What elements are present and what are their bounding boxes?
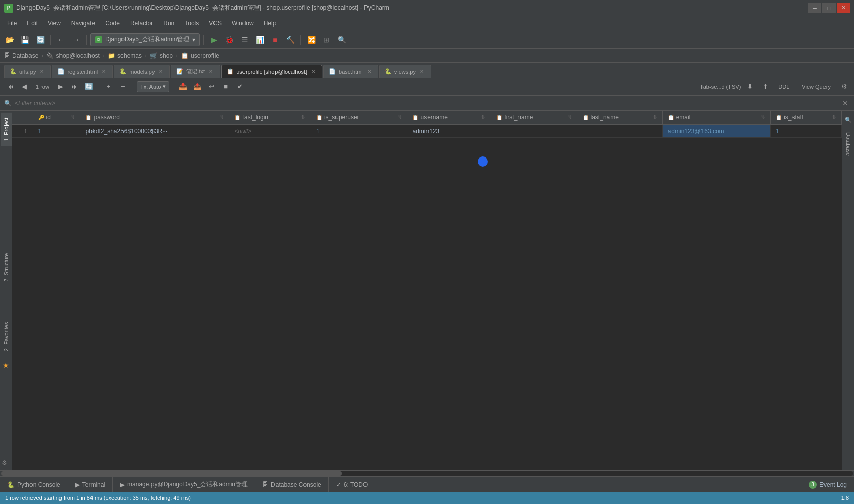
bottom-tab-python-console[interactable]: 🐍 Python Console [0, 477, 68, 492]
bottom-tab-managepy[interactable]: ▶ manage.py@DjangoDay5_会话和admin管理 [113, 477, 255, 492]
tab-close-notes[interactable]: ✕ [207, 68, 215, 75]
col-id-sort[interactable]: ⇅ [71, 115, 75, 120]
tab-base-html[interactable]: 📄 base.html ✕ [323, 65, 378, 78]
menu-help[interactable]: Help [259, 18, 282, 29]
scrollbar-track[interactable] [1, 471, 853, 476]
right-sidebar-database-label[interactable]: Database [843, 127, 853, 161]
open-file-button[interactable]: 📂 [3, 33, 16, 46]
save-button[interactable]: 💾 [18, 33, 32, 46]
sync-button[interactable]: 🔄 [34, 33, 47, 46]
git-button[interactable]: 🔀 [304, 33, 318, 46]
profile-button[interactable]: 📊 [253, 33, 266, 46]
cell-is-superuser-1[interactable]: 1 [311, 124, 407, 138]
tab-urls-py[interactable]: 🐍 urls.py ✕ [4, 65, 51, 78]
filter-input[interactable] [15, 100, 838, 107]
nav-schemas[interactable]: 📁 schemas [108, 52, 142, 59]
right-sidebar-search-button[interactable]: 🔍 [843, 115, 853, 125]
left-tab-favorites[interactable]: 2 Favorites [1, 317, 12, 356]
col-first-name-sort[interactable]: ⇅ [568, 115, 572, 120]
import-button[interactable]: 📤 [191, 81, 203, 93]
filter-close-button[interactable]: ✕ [841, 99, 850, 108]
minimize-button[interactable]: ─ [808, 3, 821, 13]
menu-code[interactable]: Code [100, 18, 125, 29]
delete-row-button[interactable]: − [117, 81, 129, 93]
tab-close-register[interactable]: ✕ [100, 68, 107, 75]
menu-navigate[interactable]: Navigate [66, 18, 100, 29]
cell-email-1[interactable]: admin123@163.com [662, 124, 770, 138]
cell-is-staff-1[interactable]: 1 [771, 124, 842, 138]
undo-button[interactable]: ↩ [205, 81, 218, 93]
cell-username-1[interactable]: admin123 [407, 124, 491, 138]
bottom-tab-todo[interactable]: ✓ 6: TODO [329, 477, 376, 492]
terminal-button[interactable]: ⊞ [320, 33, 333, 46]
tab-notes-txt[interactable]: 📝 笔记.txt ✕ [171, 65, 220, 78]
col-last-name-sort[interactable]: ⇅ [653, 115, 657, 120]
nav-shop[interactable]: 🛒 shop [150, 52, 173, 59]
search-button[interactable]: 🔍 [335, 33, 348, 46]
nav-database[interactable]: 🗄 Database [4, 52, 38, 59]
export-tsv-button[interactable]: 📥 [177, 81, 189, 93]
col-header-first-name[interactable]: 📋 first_name ⇅ [491, 111, 577, 124]
tab-close-urls[interactable]: ✕ [38, 68, 45, 75]
left-bottom-icon-1[interactable]: ⚙ [2, 459, 11, 466]
col-header-last-login[interactable]: 📋 last_login ⇅ [229, 111, 311, 124]
cell-password-1[interactable]: pbkdf2_sha256$100000$3R··· [80, 124, 229, 138]
stop-edit-button[interactable]: ■ [220, 81, 232, 93]
left-tab-structure[interactable]: 7 Structure [1, 248, 12, 287]
col-header-username[interactable]: 📋 username ⇅ [407, 111, 491, 124]
col-is-superuser-sort[interactable]: ⇅ [398, 115, 402, 120]
col-last-login-sort[interactable]: ⇅ [301, 115, 306, 120]
bottom-tab-database-console[interactable]: 🗄 Database Console [255, 477, 329, 492]
col-header-is-staff[interactable]: 📋 is_staff ⇅ [771, 111, 842, 124]
next-row-button[interactable]: ▶ [54, 81, 67, 93]
col-password-sort[interactable]: ⇅ [220, 115, 224, 120]
col-header-is-superuser[interactable]: 📋 is_superuser ⇅ [311, 111, 407, 124]
menu-vcs[interactable]: VCS [204, 18, 227, 29]
forward-button[interactable]: → [70, 33, 83, 46]
upload-button[interactable]: ⬆ [759, 81, 771, 93]
col-header-id[interactable]: 🔑 id ⇅ [33, 111, 80, 124]
submit-button[interactable]: ✔ [234, 81, 246, 93]
download-button[interactable]: ⬇ [744, 81, 756, 93]
tab-models-py[interactable]: 🐍 models.py ✕ [114, 65, 170, 78]
col-header-last-name[interactable]: 📋 last_name ⇅ [577, 111, 662, 124]
col-is-staff-sort[interactable]: ⇅ [832, 115, 836, 120]
debug-button[interactable]: 🐞 [223, 33, 236, 46]
cell-id-1[interactable]: 1 [33, 124, 80, 138]
menu-file[interactable]: File [2, 18, 22, 29]
tab-close-views[interactable]: ✕ [418, 68, 425, 75]
table-row[interactable]: 1 1 pbkdf2_sha256$100000$3R··· <null> 1 … [12, 124, 842, 138]
col-email-sort[interactable]: ⇅ [761, 115, 765, 120]
menu-run[interactable]: Run [158, 18, 179, 29]
col-header-email[interactable]: 📋 email ⇅ [662, 111, 770, 124]
tab-close-base[interactable]: ✕ [365, 68, 373, 75]
prev-row-button[interactable]: ◀ [18, 81, 30, 93]
tab-close-userprofile[interactable]: ✕ [310, 68, 317, 75]
menu-tools[interactable]: Tools [179, 18, 204, 29]
tx-selector[interactable]: Tx: Auto ▾ [137, 81, 169, 92]
menu-window[interactable]: Window [227, 18, 259, 29]
first-row-button[interactable]: ⏮ [4, 81, 16, 93]
run-button[interactable]: ▶ [207, 33, 221, 46]
coverage-button[interactable]: ☰ [238, 33, 251, 46]
cell-last-name-1[interactable] [577, 124, 662, 138]
stop-button[interactable]: ■ [268, 33, 282, 46]
menu-edit[interactable]: Edit [22, 18, 43, 29]
left-tab-project[interactable]: 1 Project [1, 113, 12, 146]
maximize-button[interactable]: □ [822, 3, 836, 13]
bottom-tab-terminal[interactable]: ▶ Terminal [68, 477, 113, 492]
project-selector[interactable]: D DjangoDay5_会话和admin管理 ▾ [90, 33, 200, 46]
horizontal-scrollbar[interactable] [0, 470, 854, 477]
back-button[interactable]: ← [54, 33, 68, 46]
add-row-button[interactable]: + [103, 81, 115, 93]
refresh-data-button[interactable]: 🔄 [83, 81, 95, 93]
cell-last-login-1[interactable]: <null> [229, 124, 311, 138]
close-button[interactable]: ✕ [837, 3, 850, 13]
build-button[interactable]: 🔨 [284, 33, 297, 46]
last-row-button[interactable]: ⏭ [69, 81, 81, 93]
bottom-right-event-log[interactable]: 3 Event Log [809, 477, 854, 492]
tab-register-html[interactable]: 📄 register.html ✕ [52, 65, 113, 78]
cell-first-name-1[interactable] [491, 124, 577, 138]
tab-close-models[interactable]: ✕ [157, 68, 164, 75]
ddl-button[interactable]: DDL [774, 83, 794, 91]
